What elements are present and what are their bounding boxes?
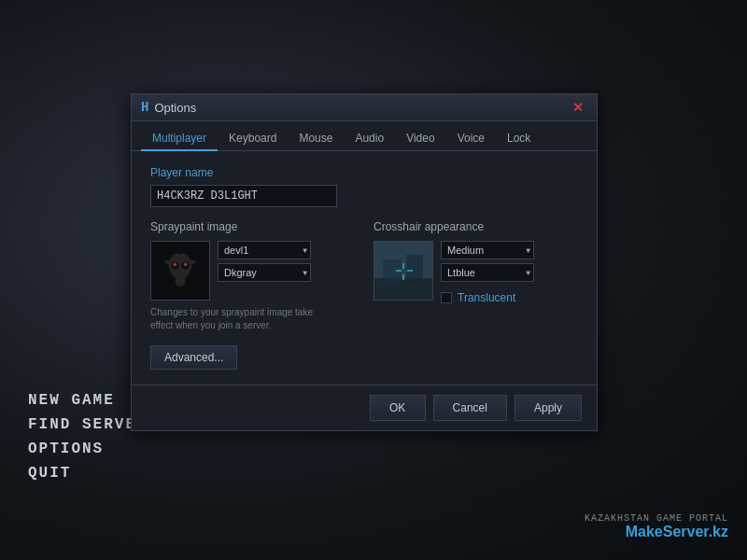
spraypaint-preview xyxy=(150,241,210,301)
svg-point-3 xyxy=(174,263,177,267)
tab-audio[interactable]: Audio xyxy=(344,127,395,151)
tab-lock[interactable]: Lock xyxy=(496,127,542,151)
crosshair-scene-svg xyxy=(374,241,433,301)
two-col-layout: Spraypaint image xyxy=(150,220,578,332)
spraypaint-color-select[interactable]: Dkgray White Black Red Blue xyxy=(218,263,311,282)
player-name-label: Player name xyxy=(150,166,578,179)
spraypaint-label: Spraypaint image xyxy=(150,220,355,233)
watermark-brand: MakeServer.kz xyxy=(626,524,728,539)
menu-item-options[interactable]: OPTIONS xyxy=(28,441,158,457)
crosshair-label: Crosshair appearance xyxy=(374,220,578,233)
options-dialog: H Options ✕ Multiplayer Keyboard Mouse A… xyxy=(131,93,598,431)
spraypaint-dropdowns: devl1 lambda skull heart star Dkgray xyxy=(218,241,311,282)
cancel-button[interactable]: Cancel xyxy=(433,395,507,421)
crosshair-size-select-wrapper: Small Medium Large Auto xyxy=(441,241,534,259)
dialog-icon: H xyxy=(141,100,148,115)
spraypaint-section: Spraypaint image xyxy=(150,220,355,332)
crosshair-preview xyxy=(374,241,433,301)
spraypaint-hint: Changes to your spraypaint image take ef… xyxy=(150,306,318,332)
tab-multiplayer[interactable]: Multiplayer xyxy=(141,127,218,151)
dialog-tabs: Multiplayer Keyboard Mouse Audio Video V… xyxy=(132,121,597,151)
menu-item-quit[interactable]: QUIT xyxy=(28,465,158,482)
svg-rect-8 xyxy=(406,255,423,283)
apply-button[interactable]: Apply xyxy=(514,395,582,421)
crosshair-size-select[interactable]: Small Medium Large Auto xyxy=(441,241,534,259)
dialog-title-left: H Options xyxy=(141,100,196,115)
dialog-close-button[interactable]: ✕ xyxy=(569,100,587,115)
translucent-row: Translucent xyxy=(441,291,534,304)
dialog-titlebar: H Options ✕ xyxy=(132,94,597,121)
tab-voice[interactable]: Voice xyxy=(446,127,496,151)
ok-button[interactable]: OK xyxy=(370,395,426,421)
dialog-footer: OK Cancel Apply xyxy=(132,385,597,430)
crosshair-dropdowns: Small Medium Large Auto Ltblue White xyxy=(441,241,534,304)
svg-rect-6 xyxy=(374,278,433,301)
dialog-title-text: Options xyxy=(154,101,196,115)
crosshair-color-select-wrapper: Ltblue White Red Green Yellow xyxy=(441,263,534,282)
player-name-input[interactable] xyxy=(150,185,337,207)
spraypaint-image-select[interactable]: devl1 lambda skull heart star xyxy=(218,241,311,259)
crosshair-section: Crosshair appearance xyxy=(374,220,578,332)
tab-video[interactable]: Video xyxy=(395,127,445,151)
svg-point-4 xyxy=(184,263,188,267)
tab-keyboard[interactable]: Keyboard xyxy=(218,127,288,151)
crosshair-color-select[interactable]: Ltblue White Red Green Yellow xyxy=(441,263,534,282)
dialog-content: Player name Spraypaint image xyxy=(132,151,597,385)
svg-rect-5 xyxy=(374,241,433,278)
watermark: Kazakhstan Game Portal MakeServer.kz xyxy=(585,513,728,541)
spraypaint-row: devl1 lambda skull heart star Dkgray xyxy=(150,241,355,301)
advanced-button[interactable]: Advanced... xyxy=(150,345,237,370)
translucent-checkbox[interactable] xyxy=(441,292,452,303)
spraypaint-color-select-wrapper: Dkgray White Black Red Blue xyxy=(218,263,311,282)
watermark-line1: Kazakhstan Game Portal xyxy=(585,513,728,524)
crosshair-row: Small Medium Large Auto Ltblue White xyxy=(374,241,578,304)
tab-mouse[interactable]: Mouse xyxy=(288,127,344,151)
spraypaint-image xyxy=(154,245,206,297)
translucent-label[interactable]: Translucent xyxy=(458,291,515,304)
spraypaint-image-select-wrapper: devl1 lambda skull heart star xyxy=(218,241,311,259)
